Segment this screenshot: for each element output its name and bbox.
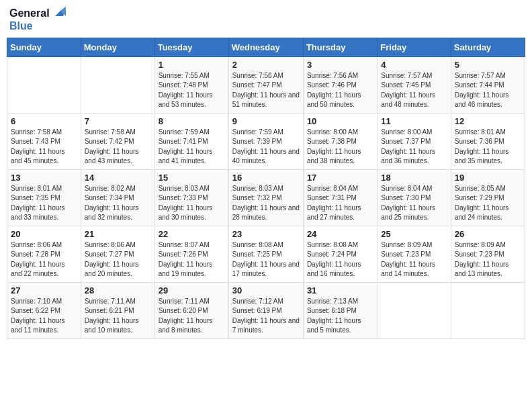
day-number: 8 <box>159 116 225 126</box>
day-number: 26 <box>455 229 521 239</box>
day-info: Sunrise: 7:59 AMSunset: 7:39 PMDaylight:… <box>232 128 300 167</box>
day-info: Sunrise: 8:08 AMSunset: 7:25 PMDaylight:… <box>232 240 300 279</box>
day-info: Sunrise: 8:09 AMSunset: 7:23 PMDaylight:… <box>381 240 447 279</box>
day-number: 11 <box>381 116 447 126</box>
calendar-cell: 18Sunrise: 8:04 AMSunset: 7:30 PMDayligh… <box>378 169 451 226</box>
day-info: Sunrise: 7:56 AMSunset: 7:47 PMDaylight:… <box>232 71 300 110</box>
day-number: 1 <box>159 60 225 70</box>
day-info: Sunrise: 8:01 AMSunset: 7:36 PMDaylight:… <box>455 128 521 167</box>
day-number: 15 <box>159 173 225 183</box>
day-number: 4 <box>381 60 447 70</box>
calendar-cell: 11Sunrise: 8:00 AMSunset: 7:37 PMDayligh… <box>378 113 451 169</box>
day-info: Sunrise: 7:56 AMSunset: 7:46 PMDaylight:… <box>307 71 373 110</box>
calendar-cell: 8Sunrise: 7:59 AMSunset: 7:41 PMDaylight… <box>154 113 228 169</box>
calendar-cell: 24Sunrise: 8:08 AMSunset: 7:24 PMDayligh… <box>303 226 377 282</box>
calendar-cell: 22Sunrise: 8:07 AMSunset: 7:26 PMDayligh… <box>154 226 228 282</box>
day-info: Sunrise: 7:12 AMSunset: 6:19 PMDaylight:… <box>232 297 300 336</box>
calendar-cell: 13Sunrise: 8:01 AMSunset: 7:35 PMDayligh… <box>7 169 81 226</box>
day-number: 6 <box>11 116 77 126</box>
calendar-cell: 2Sunrise: 7:56 AMSunset: 7:47 PMDaylight… <box>228 56 303 113</box>
page-header: General Blue <box>7 7 525 32</box>
day-number: 10 <box>307 116 373 126</box>
calendar-cell <box>451 282 525 338</box>
day-info: Sunrise: 7:55 AMSunset: 7:48 PMDaylight:… <box>159 71 225 110</box>
day-number: 9 <box>232 116 300 126</box>
calendar-cell: 27Sunrise: 7:10 AMSunset: 6:22 PMDayligh… <box>7 282 81 338</box>
calendar-cell: 16Sunrise: 8:03 AMSunset: 7:32 PMDayligh… <box>228 169 303 226</box>
logo-blue: Blue <box>9 20 66 32</box>
day-number: 30 <box>232 285 300 295</box>
day-info: Sunrise: 8:04 AMSunset: 7:30 PMDaylight:… <box>381 184 447 223</box>
day-info: Sunrise: 8:06 AMSunset: 7:27 PMDaylight:… <box>85 240 151 279</box>
calendar-cell: 17Sunrise: 8:04 AMSunset: 7:31 PMDayligh… <box>303 169 377 226</box>
calendar-table: SundayMondayTuesdayWednesdayThursdayFrid… <box>7 38 525 339</box>
logo-general: General <box>9 7 50 19</box>
day-number: 2 <box>232 60 300 70</box>
day-info: Sunrise: 8:06 AMSunset: 7:28 PMDaylight:… <box>11 240 77 279</box>
weekday-header: Wednesday <box>228 38 303 56</box>
calendar-cell: 23Sunrise: 8:08 AMSunset: 7:25 PMDayligh… <box>228 226 303 282</box>
day-number: 23 <box>232 229 300 239</box>
weekday-header: Saturday <box>451 38 525 56</box>
calendar-cell: 7Sunrise: 7:58 AMSunset: 7:42 PMDaylight… <box>81 113 154 169</box>
day-number: 25 <box>381 229 447 239</box>
calendar-cell: 31Sunrise: 7:13 AMSunset: 6:18 PMDayligh… <box>303 282 377 338</box>
day-info: Sunrise: 7:10 AMSunset: 6:22 PMDaylight:… <box>11 297 77 336</box>
calendar-cell: 14Sunrise: 8:02 AMSunset: 7:34 PMDayligh… <box>81 169 154 226</box>
day-info: Sunrise: 8:09 AMSunset: 7:23 PMDaylight:… <box>455 240 521 279</box>
day-number: 29 <box>159 285 225 295</box>
calendar-cell: 19Sunrise: 8:05 AMSunset: 7:29 PMDayligh… <box>451 169 525 226</box>
day-number: 3 <box>307 60 373 70</box>
day-number: 12 <box>455 116 521 126</box>
logo: General Blue <box>9 7 66 32</box>
calendar-cell: 28Sunrise: 7:11 AMSunset: 6:21 PMDayligh… <box>81 282 154 338</box>
logo-bird-icon <box>51 7 66 20</box>
calendar-cell: 4Sunrise: 7:57 AMSunset: 7:45 PMDaylight… <box>378 56 451 113</box>
calendar-cell: 25Sunrise: 8:09 AMSunset: 7:23 PMDayligh… <box>378 226 451 282</box>
day-info: Sunrise: 8:03 AMSunset: 7:32 PMDaylight:… <box>232 184 300 223</box>
calendar-cell: 3Sunrise: 7:56 AMSunset: 7:46 PMDaylight… <box>303 56 377 113</box>
weekday-header: Friday <box>378 38 451 56</box>
day-info: Sunrise: 7:57 AMSunset: 7:45 PMDaylight:… <box>381 71 447 110</box>
day-number: 31 <box>307 285 373 295</box>
day-number: 27 <box>11 285 77 295</box>
day-number: 21 <box>85 229 151 239</box>
day-info: Sunrise: 7:11 AMSunset: 6:21 PMDaylight:… <box>85 297 151 336</box>
calendar-cell: 10Sunrise: 8:00 AMSunset: 7:38 PMDayligh… <box>303 113 377 169</box>
day-info: Sunrise: 7:57 AMSunset: 7:44 PMDaylight:… <box>455 71 521 110</box>
day-number: 17 <box>307 173 373 183</box>
day-number: 7 <box>85 116 151 126</box>
calendar-cell: 12Sunrise: 8:01 AMSunset: 7:36 PMDayligh… <box>451 113 525 169</box>
weekday-header: Tuesday <box>154 38 228 56</box>
day-info: Sunrise: 8:07 AMSunset: 7:26 PMDaylight:… <box>159 240 225 279</box>
day-info: Sunrise: 7:13 AMSunset: 6:18 PMDaylight:… <box>307 297 373 336</box>
day-info: Sunrise: 8:03 AMSunset: 7:33 PMDaylight:… <box>159 184 225 223</box>
day-number: 24 <box>307 229 373 239</box>
calendar-cell: 20Sunrise: 8:06 AMSunset: 7:28 PMDayligh… <box>7 226 81 282</box>
day-number: 14 <box>85 173 151 183</box>
calendar-cell: 30Sunrise: 7:12 AMSunset: 6:19 PMDayligh… <box>228 282 303 338</box>
calendar-cell: 5Sunrise: 7:57 AMSunset: 7:44 PMDaylight… <box>451 56 525 113</box>
day-info: Sunrise: 8:01 AMSunset: 7:35 PMDaylight:… <box>11 184 77 223</box>
calendar-cell: 1Sunrise: 7:55 AMSunset: 7:48 PMDaylight… <box>154 56 228 113</box>
day-info: Sunrise: 8:05 AMSunset: 7:29 PMDaylight:… <box>455 184 521 223</box>
day-info: Sunrise: 8:04 AMSunset: 7:31 PMDaylight:… <box>307 184 373 223</box>
day-info: Sunrise: 7:59 AMSunset: 7:41 PMDaylight:… <box>159 128 225 167</box>
day-number: 19 <box>455 173 521 183</box>
calendar-cell <box>7 56 81 113</box>
weekday-header: Thursday <box>303 38 377 56</box>
calendar-cell: 21Sunrise: 8:06 AMSunset: 7:27 PMDayligh… <box>81 226 154 282</box>
day-info: Sunrise: 7:58 AMSunset: 7:42 PMDaylight:… <box>85 128 151 167</box>
day-number: 18 <box>381 173 447 183</box>
calendar-cell: 15Sunrise: 8:03 AMSunset: 7:33 PMDayligh… <box>154 169 228 226</box>
day-number: 22 <box>159 229 225 239</box>
calendar-cell: 9Sunrise: 7:59 AMSunset: 7:39 PMDaylight… <box>228 113 303 169</box>
weekday-header: Monday <box>81 38 154 56</box>
day-number: 28 <box>85 285 151 295</box>
day-info: Sunrise: 8:00 AMSunset: 7:37 PMDaylight:… <box>381 128 447 167</box>
calendar-cell <box>81 56 154 113</box>
day-info: Sunrise: 8:08 AMSunset: 7:24 PMDaylight:… <box>307 240 373 279</box>
day-info: Sunrise: 7:11 AMSunset: 6:20 PMDaylight:… <box>159 297 225 336</box>
day-number: 5 <box>455 60 521 70</box>
calendar-cell <box>378 282 451 338</box>
